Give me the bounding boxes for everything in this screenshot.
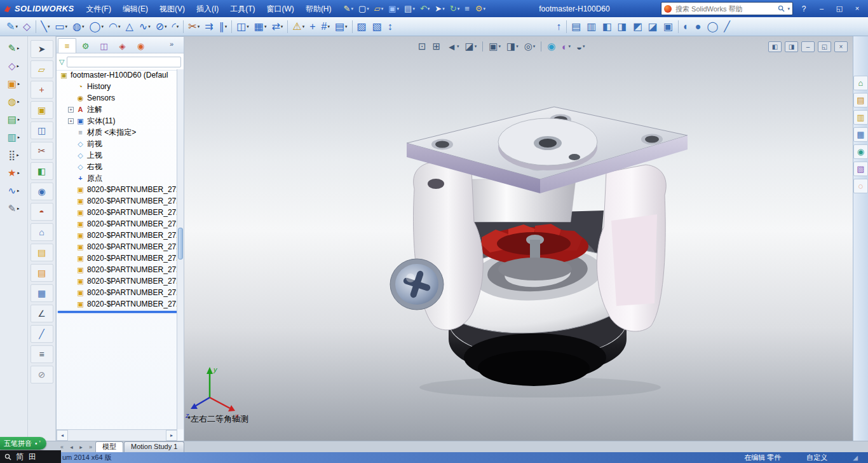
display-relations-icon[interactable]: ⚠ ▾ xyxy=(290,19,307,34)
eye-icon[interactable]: ◉ xyxy=(31,183,53,200)
smart-dimension-icon[interactable]: ◇ xyxy=(20,19,34,34)
grid-icon[interactable]: ▦ xyxy=(31,284,53,302)
magnet-icon[interactable]: ◓ xyxy=(31,203,53,221)
expand-toggle[interactable]: + xyxy=(68,118,74,124)
extrude-flyout[interactable]: ▣ ▸ xyxy=(1,76,27,92)
tab-motion-study-1[interactable]: Motion Study 1 xyxy=(124,441,184,452)
ime-mode-dot-icon[interactable]: • xyxy=(35,440,37,447)
sketch-icon[interactable]: ✎ ▾ xyxy=(4,19,20,34)
taskpane-resources-icon[interactable]: ⌂ xyxy=(853,76,868,90)
separator[interactable] xyxy=(287,20,288,33)
expand-toggle[interactable]: + xyxy=(68,107,74,113)
layers-icon[interactable]: ≡ xyxy=(31,345,53,363)
polygon-icon[interactable]: △ xyxy=(123,19,136,34)
save-icon[interactable]: ▣ ▾ xyxy=(386,1,402,17)
doc-minimize-button[interactable]: – xyxy=(801,41,815,52)
fillet-icon[interactable]: ◜ ▾ xyxy=(170,19,182,34)
curve-flyout[interactable]: ∿ ▸ xyxy=(1,183,27,199)
menu-help[interactable]: 帮助(H) xyxy=(300,1,337,17)
offset-entities-icon[interactable]: ∥ ▾ xyxy=(217,19,230,34)
menu-insert[interactable]: 插入(I) xyxy=(191,1,224,17)
folder-icon[interactable]: ▤ xyxy=(31,244,53,261)
tree-item-part-feature[interactable]: ▣ 8020-$PARTNUMBER_272 xyxy=(57,241,177,252)
options-icon[interactable]: ⚙ ▾ xyxy=(473,1,488,17)
configurationmanager-tab[interactable]: ◫ xyxy=(95,38,113,53)
separator[interactable] xyxy=(482,41,483,52)
tree-item-part-feature[interactable]: ▣ 8020-$PARTNUMBER_272 xyxy=(57,218,177,230)
tree-item-front-plane[interactable]: ◇ 前视 xyxy=(57,138,177,149)
tab-scroll-prev[interactable]: ◂ xyxy=(67,443,76,452)
tree-item-solid-bodies[interactable]: + ▣ 实体(11) xyxy=(57,115,177,127)
tree-item-part-feature[interactable]: ▣ 8020-$PARTNUMBER_272 xyxy=(57,195,177,207)
menu-view[interactable]: 视图(V) xyxy=(154,1,191,17)
move-entities-icon[interactable]: ⇄ ▾ xyxy=(269,19,285,34)
displaymanager-tab[interactable]: ◉ xyxy=(132,38,150,53)
annotate-flyout[interactable]: ✎ ▸ xyxy=(1,200,27,217)
separator[interactable] xyxy=(183,20,184,33)
separator[interactable] xyxy=(678,20,679,33)
mirror-entities-icon[interactable]: ◫ ▾ xyxy=(234,19,252,34)
forum-icon[interactable]: ◌ xyxy=(853,179,868,193)
search-dropdown-icon[interactable]: ▾ xyxy=(787,6,790,11)
rollback-bar[interactable] xyxy=(58,311,177,313)
view-front-icon[interactable]: ▤ xyxy=(569,19,584,34)
section-line-icon[interactable]: ╱ xyxy=(721,19,733,34)
tree-scrollbar-thumb[interactable] xyxy=(178,228,183,259)
zoom-to-fit-icon[interactable]: ⊡ xyxy=(416,39,429,53)
view-bottom-icon[interactable]: ◪ xyxy=(646,19,661,34)
line-icon[interactable]: ╲ ▾ xyxy=(38,19,52,34)
sweep-flyout[interactable]: ▤ ▸ xyxy=(1,111,27,128)
hscroll-right-arrow[interactable]: ▸ xyxy=(166,430,177,441)
tree-item-part-feature[interactable]: ▣ 8020-$PARTNUMBER_272 xyxy=(57,252,177,264)
tab-scroll-last[interactable]: » xyxy=(86,443,95,452)
dimension-flyout[interactable]: ◇ ▸ xyxy=(1,58,27,74)
sketch-quick-icon[interactable]: ✎ ▾ xyxy=(341,1,356,17)
help-button[interactable]: ? xyxy=(798,4,810,13)
select-icon[interactable]: ➤ xyxy=(31,40,53,58)
tree-item-part-feature[interactable]: ▣ 8020-$PARTNUMBER_272 xyxy=(57,298,177,310)
tree-horizontal-scrollbar[interactable]: ◂ ▸ xyxy=(57,429,177,441)
cut-icon[interactable]: ✂ xyxy=(31,142,53,160)
sketch-flyout[interactable]: ✎ ▸ xyxy=(1,40,27,57)
display-style-icon[interactable]: ◨ ▾ xyxy=(505,39,520,53)
open-document-icon[interactable]: ▱ ▾ xyxy=(372,1,386,17)
menu-edit[interactable]: 编辑(E) xyxy=(117,1,154,17)
featuremanager-tree-tab[interactable]: ≡ xyxy=(58,38,76,53)
view-orientation-icon[interactable]: ▣ ▾ xyxy=(487,39,503,53)
spline-icon[interactable]: ∿ ▾ xyxy=(137,19,153,34)
tree-filter-input[interactable] xyxy=(67,57,181,67)
tree-item-history[interactable]: ◔ History xyxy=(57,81,177,92)
tree-item-part-feature[interactable]: ▣ 8020-$PARTNUMBER_272 xyxy=(57,184,177,195)
quick-snaps-icon[interactable]: # ▾ xyxy=(319,19,332,34)
tree-item-part-feature[interactable]: ▣ 8020-$PARTNUMBER_272 xyxy=(57,287,177,298)
view-settings-icon[interactable]: ◒ ▾ xyxy=(574,39,587,53)
tree-item-annotations[interactable]: + A 注解 xyxy=(57,104,177,115)
separator[interactable] xyxy=(352,20,353,33)
hscroll-left-arrow[interactable]: ◂ xyxy=(57,430,68,441)
view-back-icon[interactable]: ▥ xyxy=(584,19,599,34)
separator[interactable] xyxy=(36,20,36,33)
tab-scroll-next[interactable]: ▸ xyxy=(76,443,86,452)
file-properties-icon[interactable]: ≡ xyxy=(462,1,473,17)
shaded-with-edges-icon[interactable]: ◐ xyxy=(681,19,693,34)
new-document-icon[interactable]: ▢ ▾ xyxy=(356,1,372,17)
select-icon[interactable]: ➤ ▾ xyxy=(432,1,447,17)
tree-item-part-feature[interactable]: ▣ 8020-$PARTNUMBER_272 xyxy=(57,230,177,241)
view-palette-icon[interactable]: ▦ xyxy=(853,127,868,142)
graphics-viewport[interactable]: y x z ⊡ ⊞ ◄ ▾ xyxy=(184,36,853,441)
help-search-input[interactable] xyxy=(674,4,775,13)
ime-jian-label[interactable]: 简 xyxy=(16,452,24,462)
area-hatch-icon[interactable]: ▧ xyxy=(370,19,385,34)
rebuild-icon[interactable]: ↻ ▾ xyxy=(447,1,462,17)
hide-show-items-icon[interactable]: ◎ ▾ xyxy=(522,39,538,53)
view-right-icon[interactable]: ◨ xyxy=(615,19,630,34)
pattern-flyout[interactable]: ⣿ ▸ xyxy=(1,147,27,163)
shaded-icon[interactable]: ● xyxy=(693,19,705,34)
view-top-icon[interactable]: ◩ xyxy=(630,19,646,34)
clipboard-icon[interactable]: ▣ xyxy=(31,101,53,119)
status-custom-button[interactable]: 自定义 xyxy=(806,453,827,462)
ellipse-icon[interactable]: ⊘ ▾ xyxy=(153,19,170,34)
tab-model[interactable]: 模型 xyxy=(95,441,123,452)
apply-scene-icon[interactable]: ◐ ▾ xyxy=(560,39,573,53)
appearance-flyout[interactable]: ★ ▸ xyxy=(1,165,27,181)
